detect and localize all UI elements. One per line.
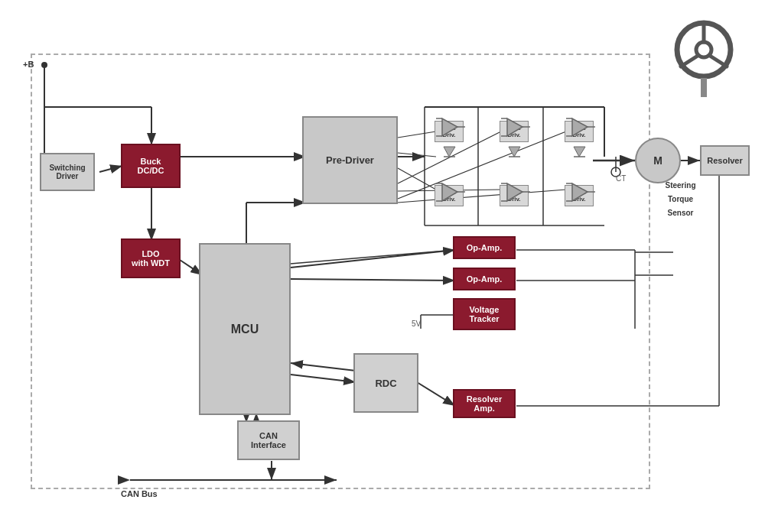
resolver-amp-block: ResolverAmp. — [453, 389, 516, 418]
resolver-block: Resolver — [700, 145, 750, 176]
svg-line-60 — [710, 56, 727, 66]
mcu-label: MCU — [231, 323, 259, 336]
diagram-container: M Resolver SteeringTorqueSensor Switchin… — [8, 8, 757, 524]
switching-driver-block: SwitchingDriver — [40, 153, 95, 191]
vbat-label: +B — [23, 60, 34, 69]
switching-driver-label: SwitchingDriver — [49, 164, 85, 180]
steering-wheel-stem — [701, 78, 707, 97]
motor-label: M — [653, 154, 662, 167]
gate-driver-4: GateDriv. — [435, 185, 464, 206]
buck-label: BuckDC/DC — [138, 157, 164, 175]
5v-label: 5V — [412, 320, 421, 328]
ct-label: CT — [616, 174, 626, 183]
pre-driver-label: Pre-Driver — [326, 154, 374, 166]
mcu-block: MCU — [199, 243, 291, 415]
svg-line-59 — [681, 56, 698, 66]
gate-driver-1: GateDriv. — [435, 121, 464, 142]
rdc-label: RDC — [375, 378, 396, 389]
buck-dcdc-block: BuckDC/DC — [121, 144, 181, 188]
ldo-label: LDOwith WDT — [132, 249, 170, 268]
can-bus-label: CAN Bus — [121, 489, 158, 498]
gate-driver-5: GateDriv. — [500, 185, 529, 206]
voltage-tracker-label: VoltageTracker — [469, 305, 499, 323]
voltage-tracker-block: VoltageTracker — [453, 298, 516, 330]
op-amp-1-label: Op-Amp. — [467, 243, 502, 252]
op-amp-2-label: Op-Amp. — [467, 274, 502, 284]
gate-driver-6: GateDriv. — [565, 185, 594, 206]
can-interface-block: CANInterface — [237, 420, 300, 460]
op-amp-2-block: Op-Amp. — [453, 268, 516, 290]
pre-driver-block: Pre-Driver — [302, 116, 398, 204]
steering-torque-sensor-label: SteeringTorqueSensor — [648, 177, 713, 219]
rdc-block: RDC — [353, 353, 418, 413]
gate-driver-2: GateDriv. — [500, 121, 529, 142]
steering-wheel-icon — [673, 19, 734, 83]
gate-driver-3: GateDriv. — [565, 121, 594, 142]
motor-block: M — [635, 138, 681, 183]
op-amp-1-block: Op-Amp. — [453, 236, 516, 259]
resolver-amp-label: ResolverAmp. — [467, 394, 502, 413]
can-interface-label: CANInterface — [251, 431, 286, 449]
ldo-wdt-block: LDOwith WDT — [121, 238, 181, 278]
